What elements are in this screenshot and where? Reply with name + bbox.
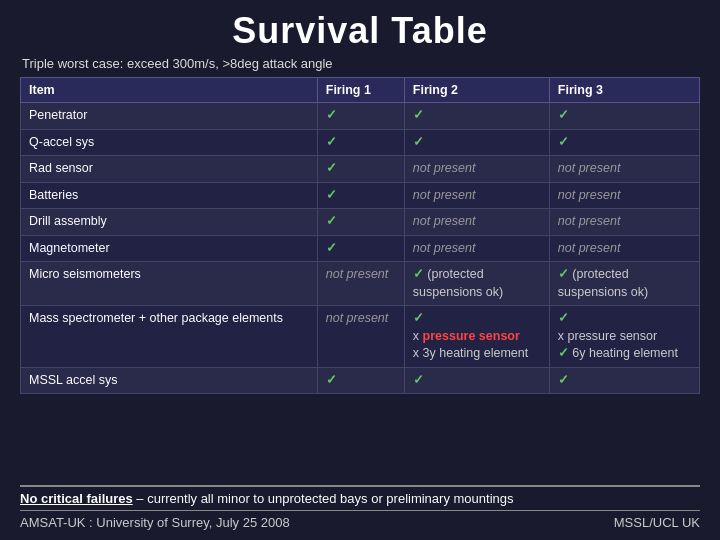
no-critical-label: No critical failures (20, 491, 133, 506)
table-row: Micro seismometers not present ✓ (protec… (21, 262, 700, 306)
no-critical-rest: – currently all minor to unprotected bay… (133, 491, 514, 506)
cell-f2: ✓ (404, 367, 549, 394)
cell-f2: not present (404, 209, 549, 236)
cell-f3: not present (549, 209, 699, 236)
cell-f3: ✓ (549, 103, 699, 130)
cell-item: Rad sensor (21, 156, 318, 183)
heating-label2: 6y heating element (569, 346, 678, 360)
col-header-firing3: Firing 3 (549, 78, 699, 103)
cell-f1: not present (317, 306, 404, 368)
not-present-label: not present (413, 161, 476, 175)
cell-f3: ✓ x pressure sensor ✓ 6y heating element (549, 306, 699, 368)
check-icon: ✓ (326, 214, 337, 228)
check-icon: ✓ (413, 108, 424, 122)
cell-f1: not present (317, 262, 404, 306)
cell-f1: ✓ (317, 182, 404, 209)
page-title: Survival Table (20, 10, 700, 52)
cell-f2: ✓ (protectedsuspensions ok) (404, 262, 549, 306)
cell-f2: not present (404, 235, 549, 262)
cell-f1: ✓ (317, 235, 404, 262)
heating-label: x 3y heating element (413, 346, 528, 360)
check-icon: ✓ (413, 311, 424, 325)
subtitle: Triple worst case: exceed 300m/s, >8deg … (22, 56, 700, 71)
cell-f3: not present (549, 156, 699, 183)
check-icon: ✓ (326, 188, 337, 202)
cell-item: Q-accel sys (21, 129, 318, 156)
check-icon: ✓ (558, 311, 569, 325)
cell-f1: ✓ (317, 209, 404, 236)
not-present-label: not present (326, 311, 389, 325)
table-header-row: Item Firing 1 Firing 2 Firing 3 (21, 78, 700, 103)
not-present-label: not present (413, 241, 476, 255)
table-row: Batteries ✓ not present not present (21, 182, 700, 209)
cell-f3: ✓ (549, 129, 699, 156)
col-header-item: Item (21, 78, 318, 103)
pressure-sensor-label: pressure sensor (423, 329, 520, 343)
cell-f2: ✓ (404, 103, 549, 130)
cell-item: Mass spectrometer + other package elemen… (21, 306, 318, 368)
cell-f2: not present (404, 182, 549, 209)
col-header-firing1: Firing 1 (317, 78, 404, 103)
bottom-bar: AMSAT-UK : University of Surrey, July 25… (20, 510, 700, 530)
cell-item: MSSL accel sys (21, 367, 318, 394)
cell-item: Magnetometer (21, 235, 318, 262)
cell-item: Batteries (21, 182, 318, 209)
cell-f1: ✓ (317, 367, 404, 394)
table-row: Drill assembly ✓ not present not present (21, 209, 700, 236)
check-icon: ✓ (326, 161, 337, 175)
check-icon: ✓ (558, 267, 569, 281)
not-present-label: not present (558, 188, 621, 202)
table-row: Q-accel sys ✓ ✓ ✓ (21, 129, 700, 156)
not-present-label: not present (558, 214, 621, 228)
cell-f1: ✓ (317, 103, 404, 130)
cell-f2: ✓ (404, 129, 549, 156)
check-icon: ✓ (326, 135, 337, 149)
not-present-label: not present (413, 214, 476, 228)
not-present-label: not present (558, 161, 621, 175)
not-present-label: not present (413, 188, 476, 202)
cell-f3: ✓ (549, 367, 699, 394)
survival-table: Item Firing 1 Firing 2 Firing 3 Penetrat… (20, 77, 700, 394)
cell-item: Micro seismometers (21, 262, 318, 306)
cell-item: Drill assembly (21, 209, 318, 236)
cell-f3: not present (549, 182, 699, 209)
bottom-right-text: MSSL/UCL UK (614, 515, 700, 530)
protected-label: (protectedsuspensions ok) (558, 267, 648, 299)
table-row: MSSL accel sys ✓ ✓ ✓ (21, 367, 700, 394)
table-row: Penetrator ✓ ✓ ✓ (21, 103, 700, 130)
table-row: Mass spectrometer + other package elemen… (21, 306, 700, 368)
bottom-left-text: AMSAT-UK : University of Surrey, July 25… (20, 515, 290, 530)
footer-bar: No critical failures – currently all min… (20, 485, 700, 530)
check-icon: ✓ (326, 241, 337, 255)
check-icon: ✓ (413, 135, 424, 149)
x-label: x (413, 329, 423, 343)
cell-f1: ✓ (317, 129, 404, 156)
not-present-label: not present (326, 267, 389, 281)
not-present-label: not present (558, 241, 621, 255)
check-icon: ✓ (326, 108, 337, 122)
protected-label: (protectedsuspensions ok) (413, 267, 503, 299)
check-icon: ✓ (558, 135, 569, 149)
table-row: Rad sensor ✓ not present not present (21, 156, 700, 183)
x-label2: x pressure sensor (558, 329, 657, 343)
cell-f3: not present (549, 235, 699, 262)
check-icon: ✓ (326, 373, 337, 387)
cell-f3: ✓ (protectedsuspensions ok) (549, 262, 699, 306)
col-header-firing2: Firing 2 (404, 78, 549, 103)
cell-f2: ✓ x pressure sensor x 3y heating element (404, 306, 549, 368)
check-icon: ✓ (558, 108, 569, 122)
slide: Survival Table Triple worst case: exceed… (0, 0, 720, 540)
check-icon: ✓ (413, 373, 424, 387)
check-icon: ✓ (413, 267, 424, 281)
table-row: Magnetometer ✓ not present not present (21, 235, 700, 262)
check-icon: ✓ (558, 346, 569, 360)
cell-f1: ✓ (317, 156, 404, 183)
no-critical-text: No critical failures – currently all min… (20, 491, 700, 506)
cell-item: Penetrator (21, 103, 318, 130)
cell-f2: not present (404, 156, 549, 183)
check-icon: ✓ (558, 373, 569, 387)
table-container: Item Firing 1 Firing 2 Firing 3 Penetrat… (20, 77, 700, 479)
